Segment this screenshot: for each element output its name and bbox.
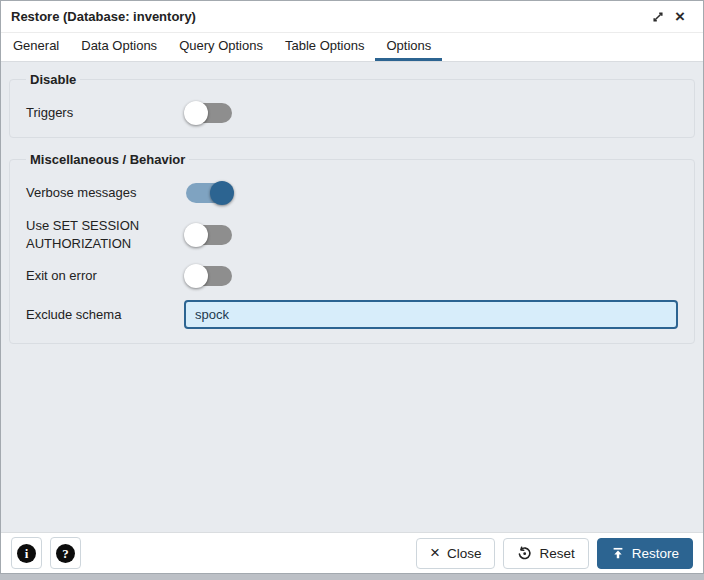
use-set-session-authorization-toggle[interactable]	[186, 225, 232, 245]
verbose-messages-toggle[interactable]	[186, 183, 232, 203]
verbose-messages-row: Verbose messages	[26, 183, 678, 203]
close-icon[interactable]: ×	[669, 6, 691, 28]
verbose-messages-label: Verbose messages	[26, 184, 184, 202]
restore-button-label: Restore	[632, 546, 679, 561]
info-button[interactable]: i	[11, 537, 42, 569]
reset-icon	[517, 546, 532, 561]
exclude-schema-label: Exclude schema	[26, 306, 184, 324]
misc-behavior-section: Miscellaneous / Behavior Verbose message…	[9, 152, 695, 344]
tab-query-options[interactable]: Query Options	[168, 33, 274, 61]
tab-table-options[interactable]: Table Options	[274, 33, 376, 61]
dialog-footer: i ? × Close Reset	[1, 532, 703, 573]
exclude-schema-row: Exclude schema	[26, 300, 678, 329]
tab-general[interactable]: General	[2, 33, 70, 61]
restore-upload-icon	[611, 546, 625, 560]
maximize-icon[interactable]	[647, 6, 669, 28]
info-icon: i	[17, 544, 36, 563]
exit-on-error-toggle-knob	[184, 264, 208, 288]
restore-button[interactable]: Restore	[597, 538, 693, 569]
triggers-toggle[interactable]	[186, 103, 232, 123]
close-button[interactable]: × Close	[416, 538, 495, 569]
use-set-session-authorization-toggle-knob	[184, 223, 208, 247]
exit-on-error-toggle[interactable]	[186, 266, 232, 286]
exclude-schema-input[interactable]	[184, 300, 678, 329]
restore-dialog: Restore (Database: inventory) × General …	[0, 0, 704, 574]
close-x-icon: ×	[430, 544, 440, 561]
verbose-messages-toggle-knob	[210, 181, 234, 205]
use-set-session-authorization-row: Use SET SESSION AUTHORIZATION	[26, 217, 678, 252]
reset-button-label: Reset	[539, 546, 574, 561]
help-button[interactable]: ?	[50, 537, 81, 569]
reset-button[interactable]: Reset	[503, 538, 588, 569]
disable-section-legend: Disable	[26, 72, 80, 87]
dialog-tabs: General Data Options Query Options Table…	[1, 33, 703, 62]
use-set-session-authorization-label: Use SET SESSION AUTHORIZATION	[26, 217, 184, 252]
close-button-label: Close	[447, 546, 482, 561]
misc-behavior-section-legend: Miscellaneous / Behavior	[26, 152, 189, 167]
exit-on-error-row: Exit on error	[26, 266, 678, 286]
triggers-label: Triggers	[26, 104, 184, 122]
tab-data-options[interactable]: Data Options	[70, 33, 168, 61]
triggers-row: Triggers	[26, 103, 678, 123]
disable-section: Disable Triggers	[9, 72, 695, 138]
help-icon: ?	[56, 544, 75, 563]
exit-on-error-label: Exit on error	[26, 267, 184, 285]
triggers-toggle-knob	[184, 101, 208, 125]
screen-background: Restore (Database: inventory) × General …	[0, 0, 704, 580]
dialog-titlebar: Restore (Database: inventory) ×	[1, 1, 703, 33]
dialog-title: Restore (Database: inventory)	[11, 9, 196, 24]
tab-options[interactable]: Options	[375, 33, 442, 61]
options-panel: Disable Triggers Miscellaneous / Behavio…	[1, 62, 703, 532]
